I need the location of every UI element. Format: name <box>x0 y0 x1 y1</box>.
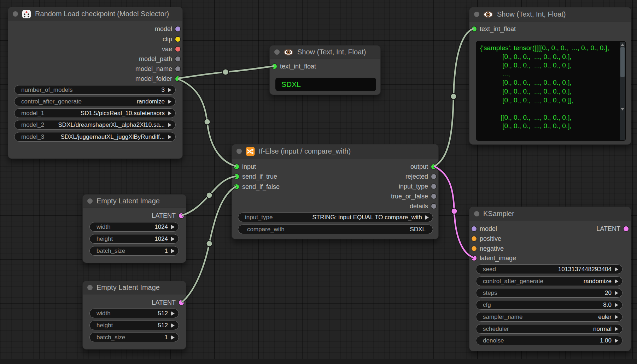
increment-arrow-icon[interactable] <box>168 135 171 139</box>
port-dot-model[interactable] <box>175 26 180 31</box>
output-port-input-type[interactable]: input_type <box>399 182 436 191</box>
port-dot-output[interactable] <box>431 164 436 169</box>
node-show-small[interactable]: Show (Text, Int, Float) text_int_float S… <box>269 45 381 95</box>
increment-arrow-icon[interactable] <box>168 111 171 115</box>
port-dot-positive[interactable] <box>472 236 477 241</box>
increment-arrow-icon[interactable] <box>171 249 175 253</box>
node-empty-latent-2[interactable]: Empty Latent Image LATENT width 512 heig… <box>82 281 186 350</box>
node-random-load-checkpoint[interactable]: Random Load checkpoint (Model Selector) … <box>8 7 183 159</box>
port-dot-input[interactable] <box>234 164 239 169</box>
port-dot-latent-image[interactable] <box>472 256 477 261</box>
widget-number-of-models[interactable]: number_of_models 3 <box>14 85 176 95</box>
port-dot-true-or-false[interactable] <box>431 194 436 199</box>
port-dot-negative[interactable] <box>472 246 477 251</box>
scroll-up-icon[interactable] <box>621 43 624 46</box>
widget-model-2[interactable]: model_2 SDXL/dreamshaperXL_alpha2Xl10.sa… <box>14 120 176 130</box>
output-port-vae[interactable]: vae <box>162 45 180 53</box>
text-display-widget[interactable]: SDXL <box>275 78 376 91</box>
increment-arrow-icon[interactable] <box>171 237 175 241</box>
node-header[interactable]: KSampler <box>469 207 631 221</box>
output-port-model[interactable]: model <box>155 25 180 33</box>
port-dot-model[interactable] <box>472 226 477 231</box>
input-port-negative[interactable]: negative <box>472 244 504 253</box>
increment-arrow-icon[interactable] <box>615 291 618 295</box>
increment-arrow-icon[interactable] <box>171 311 175 316</box>
node-header[interactable]: Empty Latent Image <box>83 195 186 208</box>
output-port-output[interactable]: output <box>410 162 436 171</box>
output-port-true-or-false[interactable]: true_or_false <box>391 192 436 201</box>
widget-batch-size[interactable]: batch_size 1 <box>89 333 179 342</box>
port-dot-latent[interactable] <box>179 300 184 305</box>
increment-arrow-icon[interactable] <box>615 315 618 319</box>
node-header[interactable]: Show (Text, Int, Float) <box>270 46 380 59</box>
input-port-latent-image[interactable]: latent_image <box>472 254 516 262</box>
port-dot-rejected[interactable] <box>431 174 436 179</box>
node-ksampler[interactable]: KSampler model positive negative latent_… <box>469 207 631 351</box>
widget-compare-with[interactable]: compare_with SDXL <box>238 225 433 234</box>
widget-sampler-name[interactable]: sampler_name euler <box>476 312 623 322</box>
input-port-positive[interactable]: positive <box>472 234 501 243</box>
port-dot-input-type[interactable] <box>431 184 436 189</box>
input-port-text-int-float[interactable]: text_int_float <box>472 25 516 33</box>
widget-denoise[interactable]: denoise 1.00 <box>476 336 623 345</box>
increment-arrow-icon[interactable] <box>615 267 618 271</box>
collapse-dot[interactable] <box>474 12 479 17</box>
widget-width[interactable]: width 512 <box>89 309 179 318</box>
output-port-details[interactable]: details <box>410 202 436 210</box>
widget-scheduler[interactable]: scheduler normal <box>476 324 623 334</box>
port-dot-latent[interactable] <box>179 213 184 218</box>
increment-arrow-icon[interactable] <box>425 215 429 220</box>
node-header[interactable]: Show (Text, Int, Float) <box>469 7 631 22</box>
increment-arrow-icon[interactable] <box>171 225 175 229</box>
collapse-dot[interactable] <box>474 211 479 216</box>
port-dot-text-int-float[interactable] <box>472 26 477 31</box>
widget-input-type[interactable]: input_type STRING: input EQUAL TO compar… <box>238 213 433 222</box>
port-dot-details[interactable] <box>431 204 436 209</box>
output-port-latent[interactable]: LATENT <box>152 298 184 307</box>
port-dot-vae[interactable] <box>175 47 180 52</box>
widget-control-after-generate[interactable]: control_after_generate randomize <box>14 97 176 106</box>
node-header[interactable]: Empty Latent Image <box>83 281 186 294</box>
port-dot-model-folder[interactable] <box>175 76 180 81</box>
scrollbar-thumb[interactable] <box>620 47 625 77</box>
increment-arrow-icon[interactable] <box>615 327 618 331</box>
widget-cfg[interactable]: cfg 8.0 <box>476 300 623 310</box>
increment-arrow-icon[interactable] <box>615 279 618 284</box>
collapse-dot[interactable] <box>236 149 242 154</box>
widget-seed[interactable]: seed 1013137448293404 <box>476 264 623 274</box>
text-display-widget[interactable]: {'samples': tensor([[[[0., 0., 0., ..., … <box>476 41 626 141</box>
input-port-text-int-float[interactable]: text_int_float <box>272 62 316 71</box>
output-port-latent[interactable]: LATENT <box>152 211 184 220</box>
widget-model-3[interactable]: model_3 SDXL/juggernautXL_juggXlByRundif… <box>14 132 176 142</box>
node-show-large[interactable]: Show (Text, Int, Float) text_int_float {… <box>469 7 631 145</box>
input-port-send-if-true[interactable]: send_if_true <box>234 172 277 181</box>
port-dot-model-name[interactable] <box>175 66 180 71</box>
collapse-dot[interactable] <box>13 11 18 17</box>
port-dot-latent[interactable] <box>624 226 629 231</box>
output-port-clip[interactable]: clip <box>163 35 180 43</box>
widget-height[interactable]: height 1024 <box>89 234 179 244</box>
increment-arrow-icon[interactable] <box>168 123 171 127</box>
increment-arrow-icon[interactable] <box>168 88 171 92</box>
port-dot-model-path[interactable] <box>175 56 180 61</box>
node-graph-canvas[interactable]: Random Load checkpoint (Model Selector) … <box>0 0 637 364</box>
port-dot-clip[interactable] <box>175 37 180 42</box>
increment-arrow-icon[interactable] <box>615 303 618 307</box>
widget-batch-size[interactable]: batch_size 1 <box>89 246 179 256</box>
node-header[interactable]: If-Else (input / compare_with) <box>232 144 438 159</box>
widget-steps[interactable]: steps 20 <box>476 288 623 298</box>
node-empty-latent-1[interactable]: Empty Latent Image LATENT width 1024 hei… <box>82 194 186 263</box>
collapse-dot[interactable] <box>87 198 93 204</box>
widget-control-after-generate[interactable]: control_after_generate randomize <box>476 276 623 286</box>
node-header[interactable]: Random Load checkpoint (Model Selector) <box>8 7 182 21</box>
collapse-dot[interactable] <box>274 49 280 55</box>
widget-width[interactable]: width 1024 <box>89 222 179 232</box>
increment-arrow-icon[interactable] <box>171 335 175 340</box>
collapse-dot[interactable] <box>87 285 93 290</box>
port-dot-send-if-false[interactable] <box>234 184 239 189</box>
widget-model-1[interactable]: model_1 SD1.5/picxReal_10.safetensors <box>14 108 176 118</box>
output-port-model-folder[interactable]: model_folder <box>135 74 180 83</box>
output-port-latent[interactable]: LATENT <box>596 225 629 233</box>
increment-arrow-icon[interactable] <box>615 339 618 343</box>
increment-arrow-icon[interactable] <box>171 323 175 328</box>
